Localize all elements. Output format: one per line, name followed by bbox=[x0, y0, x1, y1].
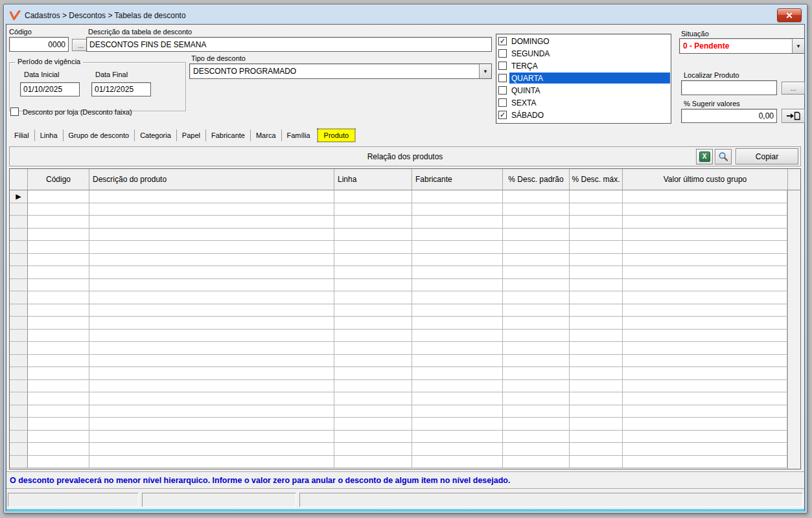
table-row[interactable] bbox=[10, 443, 787, 456]
grid-cell[interactable] bbox=[28, 190, 89, 203]
grid-cell[interactable] bbox=[334, 216, 412, 228]
grid-cell[interactable] bbox=[503, 342, 570, 354]
grid-cell[interactable] bbox=[412, 266, 503, 278]
desconto-por-loja-checkbox[interactable] bbox=[10, 107, 19, 116]
grid-cell[interactable] bbox=[334, 317, 412, 329]
grid-cell[interactable] bbox=[28, 405, 89, 418]
grid-cell[interactable] bbox=[623, 355, 787, 367]
grid-cell[interactable] bbox=[334, 330, 412, 342]
grid-cell[interactable] bbox=[334, 456, 412, 468]
grid-cell[interactable] bbox=[334, 190, 412, 203]
grid-cell[interactable] bbox=[89, 443, 334, 455]
close-button[interactable] bbox=[777, 8, 802, 22]
grid-cell[interactable] bbox=[570, 241, 623, 253]
grid-cell[interactable] bbox=[28, 254, 89, 266]
vertical-scrollbar[interactable] bbox=[787, 190, 800, 469]
table-row[interactable] bbox=[10, 317, 787, 330]
grid-cell[interactable] bbox=[334, 203, 412, 216]
table-row[interactable] bbox=[10, 456, 787, 469]
tipo-desconto-dropdown-arrow-icon[interactable]: ▼ bbox=[479, 64, 491, 78]
weekday-checkbox[interactable] bbox=[498, 98, 507, 107]
grid-cell[interactable] bbox=[28, 355, 89, 367]
grid-cell[interactable] bbox=[623, 367, 787, 379]
grid-cell[interactable] bbox=[570, 279, 623, 291]
grid-cell[interactable] bbox=[412, 203, 503, 216]
weekday-checkbox[interactable]: ✓ bbox=[498, 37, 507, 45]
grid-cell[interactable] bbox=[334, 392, 412, 405]
row-selector-cell[interactable] bbox=[10, 443, 28, 455]
grid-cell[interactable] bbox=[28, 203, 89, 216]
row-selector-cell[interactable] bbox=[10, 342, 28, 354]
weekday-listbox[interactable]: ✓DOMINGOSEGUNDATERÇAQUARTAQUINTASEXTA✓SÁ… bbox=[496, 34, 671, 124]
row-selector-cell[interactable] bbox=[10, 456, 28, 468]
grid-cell[interactable] bbox=[89, 342, 334, 354]
grid-cell[interactable] bbox=[334, 291, 412, 304]
grid-cell[interactable] bbox=[334, 254, 412, 266]
grid-cell[interactable] bbox=[89, 367, 334, 379]
weekday-item[interactable]: QUARTA bbox=[497, 72, 670, 84]
grid-cell[interactable] bbox=[412, 190, 503, 203]
tab-categoria[interactable]: Categoria bbox=[134, 130, 176, 141]
sugerir-valores-field[interactable]: 0,00 bbox=[681, 109, 777, 123]
grid-cell[interactable] bbox=[28, 456, 89, 468]
table-row[interactable]: ▶ bbox=[10, 190, 787, 203]
grid-cell[interactable] bbox=[28, 431, 89, 443]
grid-cell[interactable] bbox=[28, 330, 89, 342]
grid-cell[interactable] bbox=[28, 342, 89, 354]
grid-cell[interactable] bbox=[412, 304, 503, 317]
grid-cell[interactable] bbox=[503, 266, 570, 278]
grid-cell[interactable] bbox=[623, 190, 787, 203]
table-row[interactable] bbox=[10, 405, 787, 418]
table-row[interactable] bbox=[10, 241, 787, 254]
grid-cell[interactable] bbox=[89, 216, 334, 228]
tab-papel[interactable]: Papel bbox=[176, 130, 205, 141]
grid-cell[interactable] bbox=[28, 380, 89, 392]
table-row[interactable] bbox=[10, 291, 787, 304]
grid-cell[interactable] bbox=[412, 431, 503, 443]
grid-cell[interactable] bbox=[89, 418, 334, 430]
weekday-checkbox[interactable]: ✓ bbox=[498, 111, 507, 119]
weekday-checkbox[interactable] bbox=[498, 62, 507, 70]
table-row[interactable] bbox=[10, 279, 787, 292]
table-row[interactable] bbox=[10, 266, 787, 279]
grid-cell[interactable] bbox=[623, 443, 787, 455]
row-selector-cell[interactable] bbox=[10, 317, 28, 329]
grid-cell[interactable] bbox=[334, 342, 412, 354]
table-row[interactable] bbox=[10, 418, 787, 431]
weekday-item[interactable]: TERÇA bbox=[497, 60, 670, 72]
table-row[interactable] bbox=[10, 342, 787, 355]
grid-cell[interactable] bbox=[412, 317, 503, 329]
grid-column-header[interactable]: Linha bbox=[334, 169, 412, 190]
row-selector-cell[interactable] bbox=[10, 291, 28, 304]
grid-cell[interactable] bbox=[503, 330, 570, 342]
grid-cell[interactable] bbox=[412, 392, 503, 405]
copiar-button[interactable]: Copiar bbox=[736, 148, 798, 164]
grid-cell[interactable] bbox=[570, 291, 623, 304]
apply-suggested-values-button[interactable] bbox=[782, 109, 805, 123]
grid-cell[interactable] bbox=[412, 254, 503, 266]
grid-cell[interactable] bbox=[503, 355, 570, 367]
grid-cell[interactable] bbox=[503, 405, 570, 418]
grid-cell[interactable] bbox=[570, 190, 623, 203]
table-row[interactable] bbox=[10, 431, 787, 444]
row-selector-cell[interactable]: ▶ bbox=[10, 190, 28, 203]
row-selector-cell[interactable] bbox=[10, 392, 28, 405]
grid-cell[interactable] bbox=[89, 380, 334, 392]
grid-cell[interactable] bbox=[412, 330, 503, 342]
grid-cell[interactable] bbox=[570, 203, 623, 216]
grid-cell[interactable] bbox=[503, 392, 570, 405]
grid-cell[interactable] bbox=[570, 229, 623, 241]
grid-cell[interactable] bbox=[334, 241, 412, 253]
row-selector-cell[interactable] bbox=[10, 304, 28, 317]
grid-cell[interactable] bbox=[570, 380, 623, 392]
row-selector-cell[interactable] bbox=[10, 418, 28, 430]
search-products-button[interactable] bbox=[715, 149, 732, 164]
grid-cell[interactable] bbox=[334, 229, 412, 241]
grid-cell[interactable] bbox=[412, 456, 503, 468]
grid-cell[interactable] bbox=[89, 190, 334, 203]
grid-column-header[interactable]: Fabricante bbox=[412, 169, 503, 190]
weekday-item[interactable]: QUINTA bbox=[497, 84, 670, 96]
grid-cell[interactable] bbox=[503, 304, 570, 317]
weekday-checkbox[interactable] bbox=[498, 86, 507, 95]
grid-cell[interactable] bbox=[89, 291, 334, 304]
